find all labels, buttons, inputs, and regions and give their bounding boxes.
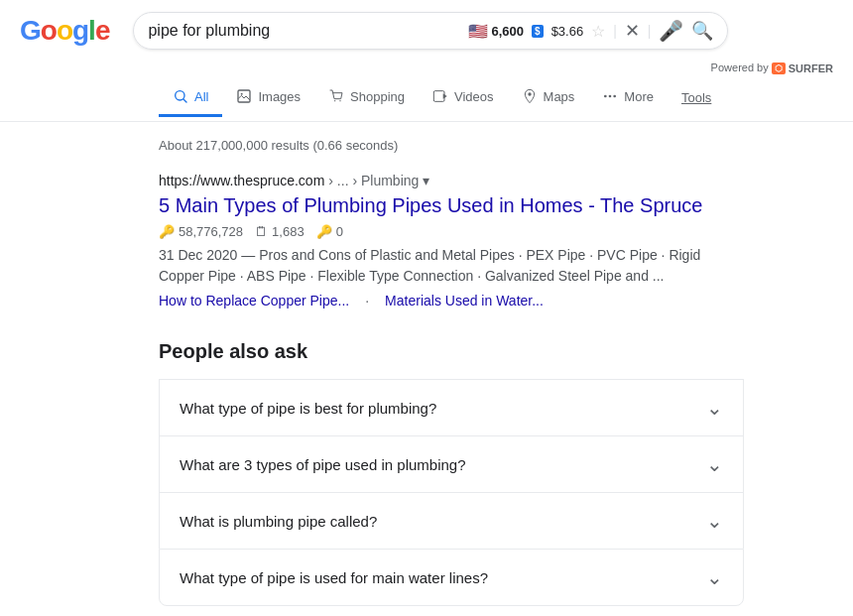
paa-question-0: What type of pipe is best for plumbing?: [180, 400, 436, 417]
meta-tag: 🔑 0: [316, 224, 343, 239]
paa-question-2: What is plumbing pipe called?: [180, 513, 377, 530]
paa-chevron-1: ⌄: [706, 452, 723, 476]
tab-shopping[interactable]: Shopping: [314, 78, 419, 117]
tab-more[interactable]: More: [588, 78, 668, 117]
svg-point-11: [614, 95, 617, 98]
mic-icon[interactable]: 🎤: [659, 19, 683, 43]
tab-maps[interactable]: Maps: [508, 78, 589, 117]
result-meta: 🔑 58,776,728 🗒 1,683 🔑 0: [159, 224, 744, 239]
flag-icon: 🇺🇸: [468, 22, 488, 41]
svg-point-10: [609, 95, 612, 98]
separator: |: [613, 23, 617, 39]
svg-point-3: [241, 93, 243, 95]
svg-rect-6: [433, 91, 444, 102]
snippet-link-0[interactable]: How to Replace Copper Pipe...: [159, 293, 349, 308]
tab-images[interactable]: Images: [222, 78, 314, 117]
close-icon[interactable]: ✕: [625, 20, 640, 42]
result-domain: https://www.thespruce.com: [159, 173, 324, 188]
paa-chevron-3: ⌄: [706, 565, 723, 589]
tab-images-label: Images: [258, 89, 301, 104]
meta-page: 🗒 1,683: [255, 224, 305, 239]
surfer-label: SURFER: [789, 62, 833, 74]
google-logo: Google: [20, 15, 109, 47]
tab-shopping-label: Shopping: [350, 89, 405, 104]
search-bar: 🇺🇸 6,600 $ $3.66 ☆ | ✕ | 🎤 🔍: [133, 12, 728, 50]
paa-chevron-2: ⌄: [706, 509, 723, 533]
volume-info: 🇺🇸 6,600: [468, 22, 525, 41]
surfer-logo-icon: ⬡: [772, 62, 786, 74]
snippet-link-sep: ·: [365, 293, 369, 308]
main-content: About 217,000,000 results (0.66 seconds)…: [0, 122, 744, 606]
tab-videos-label: Videos: [454, 89, 494, 104]
tab-maps-label: Maps: [544, 89, 575, 104]
people-also-ask: People also ask What type of pipe is bes…: [159, 340, 744, 606]
tools-button[interactable]: Tools: [668, 80, 725, 115]
svg-point-9: [604, 95, 607, 98]
surfer-powered: Powered by ⬡ SURFER: [0, 58, 853, 74]
svg-rect-2: [238, 90, 250, 102]
search-input[interactable]: [148, 22, 459, 40]
snippet-dash: —: [241, 247, 259, 263]
search-result-0: https://www.thespruce.com › ... › Plumbi…: [159, 173, 744, 308]
result-url-line: https://www.thespruce.com › ... › Plumbi…: [159, 173, 744, 188]
volume-count: 6,600: [492, 24, 525, 39]
search-submit-icon[interactable]: 🔍: [691, 20, 713, 42]
tab-more-label: More: [624, 89, 654, 104]
snippet-text: Pros and Cons of Plastic and Metal Pipes…: [159, 247, 700, 284]
tab-videos[interactable]: Videos: [419, 78, 508, 117]
star-icon[interactable]: ☆: [591, 22, 605, 41]
cpc-badge: $: [532, 25, 544, 38]
result-title[interactable]: 5 Main Types of Plumbing Pipes Used in H…: [159, 192, 744, 218]
paa-item-0[interactable]: What type of pipe is best for plumbing? …: [159, 379, 744, 435]
result-dropdown-icon[interactable]: ▾: [423, 173, 429, 188]
paa-title: People also ask: [159, 340, 744, 363]
snippet-date: 31 Dec 2020: [159, 247, 237, 263]
result-breadcrumb: › ... › Plumbing: [328, 173, 419, 188]
paa-chevron-0: ⌄: [706, 396, 723, 420]
result-snippet: 31 Dec 2020 — Pros and Cons of Plastic a…: [159, 245, 744, 287]
results-count: About 217,000,000 results (0.66 seconds): [159, 138, 744, 153]
snippet-link-1[interactable]: Materials Used in Water...: [385, 293, 544, 308]
paa-question-3: What type of pipe is used for main water…: [180, 569, 488, 586]
tab-all[interactable]: All: [159, 78, 222, 117]
svg-point-5: [339, 100, 340, 101]
svg-point-8: [528, 92, 531, 95]
header: Google 🇺🇸 6,600 $ $3.66 ☆ | ✕ | 🎤 🔍 Powe…: [0, 0, 853, 74]
meta-key: 🔑 58,776,728: [159, 224, 243, 239]
paa-item-3[interactable]: What type of pipe is used for main water…: [159, 549, 744, 606]
separator2: |: [648, 23, 652, 39]
tab-all-label: All: [194, 89, 208, 104]
paa-item-1[interactable]: What are 3 types of pipe used in plumbin…: [159, 435, 744, 492]
paa-question-1: What are 3 types of pipe used in plumbin…: [180, 456, 466, 473]
snippet-links: How to Replace Copper Pipe... · Material…: [159, 293, 744, 308]
svg-marker-7: [443, 93, 447, 98]
svg-point-4: [334, 100, 335, 101]
nav-tabs: All Images Shopping Videos Maps More Too…: [0, 74, 853, 122]
svg-line-1: [183, 99, 186, 102]
cpc-value: $3.66: [551, 24, 584, 39]
paa-item-2[interactable]: What is plumbing pipe called? ⌄: [159, 492, 744, 549]
